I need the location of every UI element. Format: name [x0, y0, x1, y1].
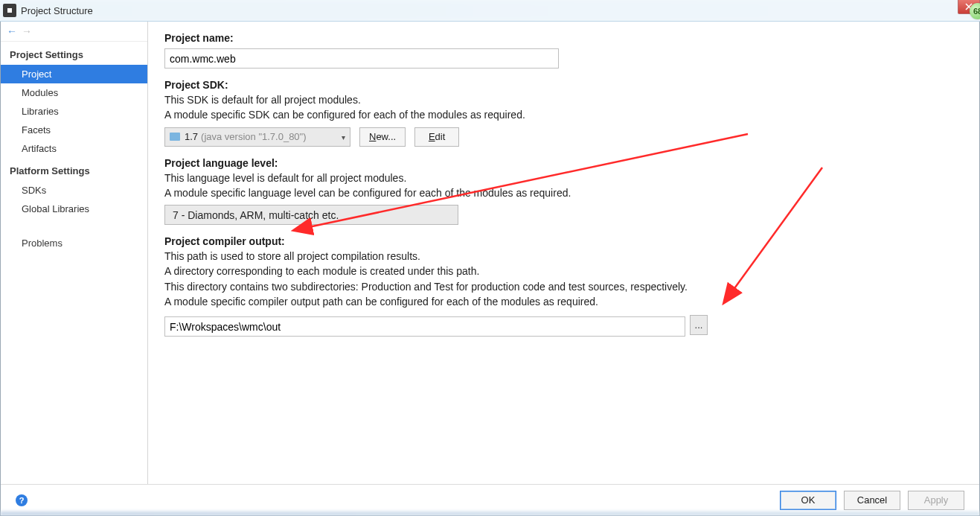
sidebar-item-sdks[interactable]: SDKs [1, 181, 147, 200]
bottom-strip [0, 512, 980, 516]
browse-button[interactable]: ... [690, 315, 708, 335]
sdk-hint: (java version "1.7.0_80") [201, 131, 306, 142]
language-level-label: Project language level: [164, 157, 963, 169]
notification-badge[interactable]: 68 [970, 3, 980, 19]
forward-icon[interactable]: → [22, 26, 32, 36]
dialog-body: ← → Project Settings Project Modules Lib… [0, 22, 980, 516]
title-bar: Project Structure 68 [0, 0, 980, 22]
app-icon [3, 4, 16, 17]
edit-sdk-button[interactable]: Edit [414, 127, 459, 147]
sidebar-item-problems[interactable]: Problems [1, 223, 147, 253]
lang-desc-1: This language level is default for all p… [164, 171, 963, 185]
section-platform-settings: Platform Settings [1, 158, 147, 181]
sdk-version: 1.7 [185, 131, 198, 142]
cancel-button[interactable]: Cancel [844, 491, 900, 510]
svg-rect-1 [7, 8, 12, 13]
main-area: ← → Project Settings Project Modules Lib… [1, 22, 979, 484]
nav-arrows: ← → [1, 22, 147, 42]
window-title: Project Structure [21, 5, 93, 16]
out-desc-4: A module specific compiler output path c… [164, 294, 963, 309]
sdk-dropdown[interactable]: 1.7 (java version "1.7.0_80") ▾ [164, 127, 350, 147]
out-desc-3: This directory contains two subdirectori… [164, 279, 963, 294]
project-name-label: Project name: [164, 32, 963, 44]
sdk-desc-1: This SDK is default for all project modu… [164, 92, 963, 107]
sidebar-item-artifacts[interactable]: Artifacts [1, 139, 147, 158]
out-desc-2: A directory corresponding to each module… [164, 264, 963, 278]
sidebar: ← → Project Settings Project Modules Lib… [1, 22, 148, 484]
sidebar-item-facets[interactable]: Facets [1, 121, 147, 139]
chevron-down-icon: ▾ [342, 133, 345, 141]
sdk-desc-2: A module specific SDK can be configured … [164, 107, 963, 122]
dialog-footer: ? OK Cancel Apply [1, 484, 979, 515]
lang-desc-2: A module specific language level can be … [164, 185, 963, 200]
sidebar-item-global-libraries[interactable]: Global Libraries [1, 200, 147, 218]
project-sdk-label: Project SDK: [164, 79, 963, 91]
project-name-input[interactable] [164, 48, 559, 69]
compiler-output-input[interactable] [164, 316, 685, 337]
folder-icon [170, 133, 180, 141]
new-sdk-button[interactable]: New... [359, 127, 406, 147]
language-level-dropdown[interactable]: 7 - Diamonds, ARM, multi-catch etc. [164, 205, 458, 225]
compiler-output-label: Project compiler output: [164, 235, 963, 247]
sidebar-item-project[interactable]: Project [1, 65, 147, 83]
back-icon[interactable]: ← [7, 26, 17, 36]
content-pane: Project name: Project SDK: This SDK is d… [148, 22, 979, 484]
section-project-settings: Project Settings [1, 42, 147, 65]
ok-button[interactable]: OK [780, 491, 836, 510]
apply-button[interactable]: Apply [908, 491, 964, 510]
sidebar-item-modules[interactable]: Modules [1, 83, 147, 102]
sidebar-item-libraries[interactable]: Libraries [1, 102, 147, 121]
help-icon[interactable]: ? [16, 494, 28, 506]
out-desc-1: This path is used to store all project c… [164, 249, 963, 264]
